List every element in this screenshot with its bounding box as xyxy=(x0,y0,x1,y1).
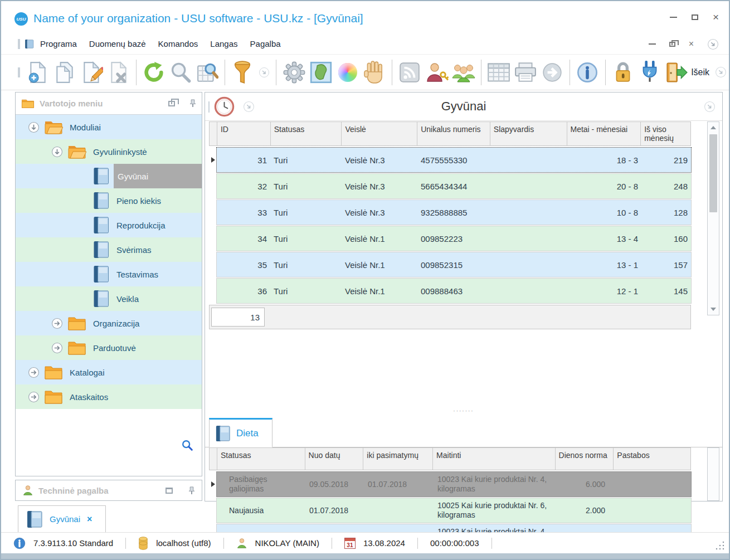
menu-langas[interactable]: Langas xyxy=(204,36,244,52)
table-row[interactable]: 33 Turi Veislė Nr.3 9325888885 10 - 8 12… xyxy=(209,200,691,225)
tree-item-veikla[interactable]: Veikla xyxy=(16,286,202,311)
column-header-dienos-norma[interactable]: Dienos norma xyxy=(556,448,614,470)
maximize-button[interactable] xyxy=(692,14,698,20)
expand-panel-icon[interactable] xyxy=(166,488,173,494)
plug-icon[interactable] xyxy=(636,59,663,86)
lock-icon[interactable] xyxy=(610,59,636,86)
expand-icon[interactable] xyxy=(51,318,63,329)
scroll-up-button[interactable] xyxy=(708,122,719,133)
minimize-button[interactable] xyxy=(670,17,677,18)
column-header-unikalus[interactable]: Unikalus numeris xyxy=(417,122,490,145)
pin-icon[interactable] xyxy=(189,99,196,108)
refresh-icon[interactable] xyxy=(140,59,167,86)
mdi-restore-button[interactable] xyxy=(669,42,675,47)
table-icon[interactable] xyxy=(485,59,512,86)
table-row[interactable]: Naujausia 01.07.2018 10025 Kai kurie pro… xyxy=(209,498,691,523)
column-header-isviso[interactable]: Iš viso mėnesių xyxy=(641,122,690,145)
tab-dieta[interactable]: Dieta xyxy=(209,418,272,447)
column-header-pastabos[interactable]: Pastabos xyxy=(614,448,690,470)
float-panel-icon[interactable] xyxy=(168,101,175,106)
column-header-slapyvardis[interactable]: Slapyvardis xyxy=(490,122,567,145)
table-row[interactable]: 32 Turi Veislė Nr.3 5665434344 20 - 8 24… xyxy=(209,174,691,198)
close-button[interactable]: × xyxy=(713,14,719,20)
menubar-grip[interactable] xyxy=(18,39,20,49)
user-icon[interactable] xyxy=(236,538,247,549)
table-row[interactable]: 35 Turi Veislė Nr.1 009852315 13 - 1 157 xyxy=(209,252,691,277)
table-row[interactable]: 36 Turi Veislė Nr.1 009888463 12 - 1 145 xyxy=(209,279,691,303)
table-row[interactable]: 34 Turi Veislė Nr.1 009852223 13 - 4 160 xyxy=(209,226,691,251)
exit-label[interactable]: Išeik xyxy=(691,67,709,77)
search-icon[interactable] xyxy=(167,59,194,86)
map-icon[interactable] xyxy=(308,59,334,86)
column-header-metai[interactable]: Metai - mėnesiai xyxy=(567,122,641,145)
column-header-veisle[interactable]: Veislė xyxy=(342,122,417,145)
mdi-minimize-button[interactable] xyxy=(649,43,656,45)
calendar-icon[interactable]: 31 xyxy=(344,538,356,549)
tree-item-organizacija[interactable]: Organizacija xyxy=(16,311,202,335)
menu-komandos[interactable]: Komandos xyxy=(152,36,205,52)
tree-item-testavimas[interactable]: Testavimas xyxy=(16,262,202,286)
new-record-icon[interactable] xyxy=(25,59,51,86)
database-icon[interactable] xyxy=(138,537,148,550)
tree-item-katalogai[interactable]: Katalogai xyxy=(16,360,202,384)
scrollbar-thumb[interactable] xyxy=(709,134,717,212)
info-icon[interactable] xyxy=(13,537,26,549)
colors-icon[interactable] xyxy=(334,59,361,86)
scroll-down-button[interactable] xyxy=(708,304,719,315)
collapse-icon[interactable] xyxy=(51,146,63,158)
chevron-circle-icon[interactable] xyxy=(707,38,719,50)
tree-search-icon[interactable] xyxy=(181,439,193,451)
splitter-handle[interactable]: ······· xyxy=(205,406,722,418)
record-count[interactable]: 13 xyxy=(211,308,265,327)
collapse-icon[interactable] xyxy=(28,121,40,133)
detail-scrollbar[interactable] xyxy=(707,447,719,501)
edit-icon[interactable] xyxy=(78,59,105,86)
tree-item-parduotuve[interactable]: Parduotuvė xyxy=(16,335,202,360)
toolbar-chevron-icon[interactable] xyxy=(713,59,729,86)
column-header-iki[interactable]: iki pasimatymų xyxy=(363,448,433,470)
mdi-close-button[interactable]: × xyxy=(689,39,694,49)
next-icon[interactable] xyxy=(539,59,566,86)
doc-tab-gyvunai[interactable]: Gyvūnai × xyxy=(18,505,106,532)
delete-icon[interactable] xyxy=(105,59,132,86)
column-header-id[interactable]: ID xyxy=(217,122,271,145)
menu-duomenu-baze[interactable]: Duomenų bazė xyxy=(83,36,152,52)
users-group-icon[interactable] xyxy=(450,59,477,86)
pin-icon[interactable] xyxy=(188,486,195,495)
resize-grip[interactable] xyxy=(716,541,724,550)
tree-item-moduliai[interactable]: Moduliai xyxy=(16,115,202,139)
menu-programa[interactable]: Programa xyxy=(34,36,83,52)
table-row[interactable]: Pasibaigęs galiojimas 09.05.2018 01.07.2… xyxy=(209,472,691,496)
search-grid-icon[interactable] xyxy=(194,59,221,86)
toolbar-grip[interactable] xyxy=(18,67,20,77)
tree-item-sverimas[interactable]: Svėrimas xyxy=(16,237,202,262)
user-key-icon[interactable] xyxy=(423,59,450,86)
vertical-scrollbar[interactable] xyxy=(707,121,719,315)
exit-door-icon[interactable] xyxy=(663,59,690,86)
tech-support-panel[interactable]: Techninė pagalba xyxy=(15,480,202,501)
tree-item-gyvulininkyste[interactable]: Gyvulininkystė xyxy=(16,139,202,164)
printer-icon[interactable] xyxy=(512,59,539,86)
expand-icon[interactable] xyxy=(28,391,40,403)
column-header-nuo-datu[interactable]: Nuo datų xyxy=(305,448,364,470)
column-header-statusas[interactable]: Statusas xyxy=(217,448,305,470)
table-row[interactable]: 31 Turi Veislė Nr.3 4575555330 18 - 3 21… xyxy=(209,148,691,172)
menu-pagalba[interactable]: Pagalba xyxy=(244,36,287,52)
header-chevron-icon[interactable] xyxy=(704,101,716,113)
column-header-statusas[interactable]: Statusas xyxy=(271,122,342,145)
expand-icon[interactable] xyxy=(28,367,40,378)
filter-chevron-icon[interactable] xyxy=(256,59,272,86)
rss-icon[interactable] xyxy=(396,59,423,86)
settings-gear-icon[interactable] xyxy=(280,59,307,86)
copy-icon[interactable] xyxy=(51,59,78,86)
column-header-maitinti[interactable]: Maitinti xyxy=(433,448,555,470)
tree-item-gyvunai[interactable]: Gyvūnai xyxy=(16,164,202,188)
info-icon[interactable] xyxy=(574,59,601,86)
doc-tab-close-icon[interactable]: × xyxy=(87,514,92,524)
tree-item-reprodukcija[interactable]: Reprodukcija xyxy=(16,213,202,237)
hand-icon[interactable] xyxy=(361,59,388,86)
filter-icon[interactable] xyxy=(229,59,256,86)
tree-item-pieno-kiekis[interactable]: Pieno kiekis xyxy=(16,188,202,213)
tree-item-ataskaitos[interactable]: Ataskaitos xyxy=(16,384,202,409)
expand-icon[interactable] xyxy=(51,342,63,354)
